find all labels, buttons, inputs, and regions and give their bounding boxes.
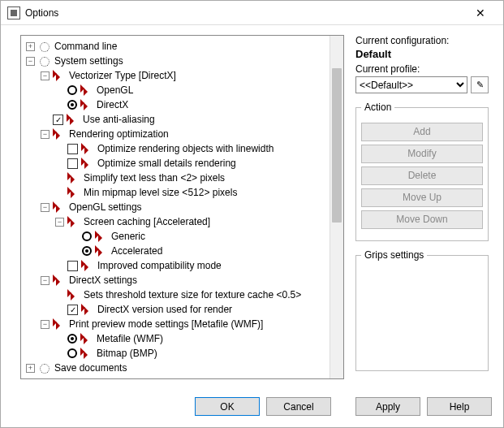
node-label: OpenGL (97, 84, 133, 96)
checkbox-icon[interactable] (67, 158, 78, 169)
arrows-icon (81, 260, 94, 271)
action-group: Action Add Modify Delete Move Up Move Do… (355, 102, 489, 241)
radio-icon[interactable] (67, 348, 77, 358)
node-label: Optimize rendering objects with linewidt… (97, 143, 274, 154)
node-directx-settings[interactable]: − DirectX settings (26, 273, 330, 287)
arrows-icon (53, 275, 66, 286)
node-system-settings[interactable]: − System settings (26, 54, 330, 68)
tree-scrollbar[interactable] (330, 36, 343, 378)
add-button[interactable]: Add (361, 123, 483, 141)
radio-generic[interactable]: Generic (26, 229, 330, 244)
node-simplify-text[interactable]: Simplify text less than <2> pixels (26, 171, 330, 185)
cancel-button[interactable]: Cancel (266, 397, 331, 416)
node-label: DirectX settings (69, 275, 137, 286)
spacer (55, 145, 64, 153)
collapse-icon[interactable]: − (26, 57, 35, 66)
node-opengl-settings[interactable]: − OpenGL settings (26, 200, 330, 214)
radio-icon[interactable] (67, 334, 77, 344)
spacer (55, 291, 64, 300)
radio-bitmap[interactable]: Bitmap (BMP) (26, 346, 330, 361)
arrows-icon (67, 216, 80, 227)
collapse-icon[interactable]: − (55, 218, 64, 227)
arrows-icon (81, 143, 94, 154)
current-config-label: Current configuration: (355, 35, 489, 46)
arrows-icon (53, 70, 66, 81)
checkbox-icon[interactable]: ✓ (67, 305, 78, 315)
pencil-icon: ✎ (476, 80, 484, 90)
arrows-icon (80, 348, 93, 359)
radio-icon[interactable] (67, 100, 77, 110)
profile-select[interactable]: <<Default>> (355, 76, 467, 93)
node-min-mipmap[interactable]: Min mipmap level size <512> pixels (26, 185, 330, 200)
settings-tree[interactable]: + Command line − System settings − Vecto… (21, 36, 330, 378)
close-icon[interactable]: ✕ (464, 6, 497, 19)
node-label: DirectX version used for render (97, 304, 232, 315)
radio-opengl[interactable]: OpenGL (26, 83, 330, 97)
arrows-icon (81, 304, 94, 315)
spacer (41, 115, 50, 124)
spacer (55, 159, 64, 168)
gear-icon (38, 377, 51, 378)
check-dx-version[interactable]: ✓ DirectX version used for render (26, 302, 330, 317)
node-print-preview[interactable]: − Print preview mode settings [Metafile … (26, 317, 330, 331)
radio-icon[interactable] (67, 85, 77, 95)
left-pane: + Command line − System settings − Vecto… (20, 35, 344, 379)
check-optimize-linewidth[interactable]: Optimize rendering objects with linewidt… (26, 141, 330, 156)
dialog-buttons: OK Cancel Apply Help (1, 389, 503, 427)
arrows-icon (67, 187, 80, 198)
check-improved-compat[interactable]: Improved compatibility mode (26, 258, 330, 273)
radio-metafile[interactable]: Metafile (WMF) (26, 331, 330, 346)
node-screen-caching[interactable]: − Screen caching [Accelerated] (26, 214, 330, 229)
node-label: Screen caching [Accelerated] (84, 216, 210, 227)
expand-icon[interactable]: + (26, 364, 35, 373)
checkbox-icon[interactable] (67, 261, 78, 271)
ok-button[interactable]: OK (195, 397, 260, 416)
radio-icon[interactable] (82, 231, 92, 241)
node-texture-threshold[interactable]: Sets threshold texture size for texture … (26, 287, 330, 302)
node-save-documents[interactable]: + Save documents (26, 361, 330, 375)
radio-icon[interactable] (82, 246, 92, 256)
node-label: Simplify text less than <2> pixels (84, 172, 225, 184)
spacer (55, 305, 64, 314)
node-label: Print preview mode settings [Metafile (W… (69, 318, 263, 330)
expand-icon[interactable]: + (26, 378, 35, 379)
node-label: Undo command settings (54, 377, 159, 378)
radio-accelerated[interactable]: Accelerated (26, 244, 330, 258)
collapse-icon[interactable]: − (41, 203, 50, 212)
delete-button[interactable]: Delete (361, 166, 483, 185)
move-down-button[interactable]: Move Down (361, 210, 483, 229)
edit-profile-button[interactable]: ✎ (471, 76, 489, 93)
grips-legend: Grips settings (361, 249, 427, 261)
collapse-icon[interactable]: − (41, 320, 50, 329)
arrows-icon (53, 128, 66, 140)
modify-button[interactable]: Modify (361, 145, 483, 163)
node-label: Bitmap (BMP) (97, 348, 157, 359)
scrollbar-thumb[interactable] (332, 68, 342, 223)
collapse-icon[interactable]: − (41, 130, 50, 139)
node-command-line[interactable]: + Command line (26, 39, 330, 54)
arrows-icon (53, 201, 66, 213)
help-button[interactable]: Help (427, 397, 492, 416)
apply-button[interactable]: Apply (355, 397, 420, 416)
node-label: Vectorizer Type [DirectX] (69, 70, 176, 81)
check-optimize-small[interactable]: Optimize small details rendering (26, 156, 330, 171)
checkbox-icon[interactable] (67, 144, 78, 154)
collapse-icon[interactable]: − (41, 276, 50, 285)
node-label: Rendering optimization (69, 128, 169, 140)
node-rendering-optimization[interactable]: − Rendering optimization (26, 127, 330, 141)
checkbox-icon[interactable]: ✓ (53, 115, 63, 125)
expand-icon[interactable]: + (26, 42, 35, 51)
radio-directx[interactable]: DirectX (26, 97, 330, 112)
spacer (55, 188, 64, 197)
node-label: Metafile (WMF) (97, 333, 163, 344)
node-undo-settings[interactable]: + Undo command settings (26, 375, 330, 378)
arrows-icon (81, 158, 94, 169)
node-vectorizer-type[interactable]: − Vectorizer Type [DirectX] (26, 68, 330, 83)
node-label: Save documents (54, 362, 127, 374)
move-up-button[interactable]: Move Up (361, 188, 483, 207)
node-label: Optimize small details rendering (97, 158, 236, 169)
arrows-icon (80, 84, 93, 96)
check-use-anti-aliasing[interactable]: ✓ Use anti-aliasing (26, 112, 330, 127)
node-label: Improved compatibility mode (97, 260, 222, 271)
collapse-icon[interactable]: − (41, 71, 50, 80)
